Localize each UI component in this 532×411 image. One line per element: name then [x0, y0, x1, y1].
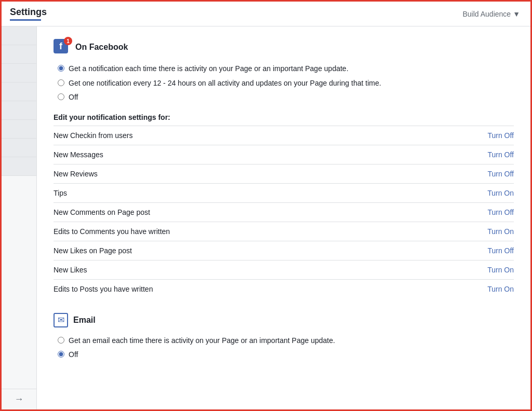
facebook-radio-off-input[interactable]	[58, 93, 64, 100]
notif-row: Edits to Comments you have writtenTurn O…	[54, 222, 514, 241]
notif-action-button[interactable]: Turn Off	[487, 246, 514, 255]
notif-items-list: New Checkin from usersTurn OffNew Messag…	[54, 126, 514, 298]
notif-action-button[interactable]: Turn Off	[487, 170, 514, 178]
email-section-title: Email	[73, 316, 96, 325]
facebook-radio-periodic-input[interactable]	[58, 79, 64, 86]
build-audience-button[interactable]: Build Audience ▼	[461, 6, 523, 22]
sidebar-item-1	[2, 26, 36, 45]
notif-action-button[interactable]: Turn On	[487, 227, 514, 236]
sidebar-item-7	[2, 139, 36, 157]
email-radio-all-label: Get an email each time there is activity…	[69, 336, 335, 346]
notif-row: New Checkin from usersTurn Off	[54, 126, 514, 145]
header-actions: Build Audience ▼	[461, 2, 523, 26]
notif-row: TipsTurn On	[54, 183, 514, 202]
sidebar-item-2	[2, 45, 36, 64]
notif-action-button[interactable]: Turn Off	[487, 131, 514, 140]
notif-action-button[interactable]: Turn On	[487, 285, 514, 293]
facebook-radio-periodic[interactable]: Get one notification every 12 - 24 hours…	[58, 78, 514, 89]
facebook-section-title: On Facebook	[75, 43, 128, 52]
sidebar-item-5	[2, 101, 36, 120]
email-radio-group: Get an email each time there is activity…	[54, 336, 514, 360]
sidebar-logout[interactable]: →	[2, 389, 36, 409]
build-audience-arrow-icon: ▼	[513, 10, 520, 18]
page-title: Settings	[10, 7, 47, 18]
sidebar-item-4	[2, 83, 36, 101]
notif-label: New Messages	[54, 150, 103, 159]
notif-label: Tips	[54, 189, 67, 197]
email-section-header: ✉ Email	[54, 313, 514, 327]
sidebar-item-8	[2, 157, 36, 176]
sidebar-item-3	[2, 64, 36, 83]
notif-action-button[interactable]: Turn Off	[487, 150, 514, 159]
header-title-area: Settings	[10, 2, 47, 26]
notif-row: New ReviewsTurn Off	[54, 164, 514, 183]
email-radio-off-input[interactable]	[58, 351, 64, 358]
notif-row: New LikesTurn On	[54, 260, 514, 279]
facebook-radio-all-input[interactable]	[58, 65, 64, 72]
facebook-radio-all[interactable]: Get a notification each time there is ac…	[58, 64, 514, 74]
notif-label: Edits to Posts you have written	[54, 285, 153, 293]
notif-label: New Likes	[54, 266, 87, 274]
notif-action-button[interactable]: Turn Off	[487, 208, 514, 216]
main-layout: → f 1 On Facebook Get a notification eac…	[2, 26, 530, 409]
notif-row: New Likes on Page postTurn Off	[54, 241, 514, 260]
content-area: f 1 On Facebook Get a notification each …	[37, 26, 530, 409]
notif-row: New MessagesTurn Off	[54, 145, 514, 164]
notif-row: New Comments on Page postTurn Off	[54, 202, 514, 222]
notif-label: New Reviews	[54, 170, 98, 178]
notif-label: New Comments on Page post	[54, 208, 150, 216]
facebook-radio-group: Get a notification each time there is ac…	[54, 64, 514, 103]
facebook-radio-all-label: Get a notification each time there is ac…	[69, 64, 349, 74]
title-underline	[10, 19, 41, 21]
notif-label: Edits to Comments you have written	[54, 227, 170, 236]
facebook-section-header: f 1 On Facebook	[54, 39, 514, 56]
email-section: ✉ Email Get an email each time there is …	[54, 313, 514, 360]
sidebar-item-6	[2, 120, 36, 139]
notif-row: Edits to Posts you have writtenTurn On	[54, 279, 514, 298]
notif-label: New Checkin from users	[54, 131, 133, 140]
logout-icon: →	[15, 394, 24, 405]
email-radio-all[interactable]: Get an email each time there is activity…	[58, 336, 514, 346]
sidebar: →	[2, 26, 37, 409]
facebook-radio-periodic-label: Get one notification every 12 - 24 hours…	[69, 78, 381, 89]
email-icon: ✉	[54, 313, 68, 327]
app-window: Settings Build Audience ▼ →	[0, 0, 532, 411]
email-radio-off[interactable]: Off	[58, 350, 514, 360]
email-radio-all-input[interactable]	[58, 337, 64, 344]
notif-action-button[interactable]: Turn On	[487, 189, 514, 197]
facebook-section: f 1 On Facebook Get a notification each …	[54, 39, 514, 298]
notif-settings-title: Edit your notification settings for:	[54, 113, 514, 126]
email-radio-off-label: Off	[69, 350, 78, 360]
facebook-badge: 1	[64, 37, 72, 45]
facebook-radio-off-label: Off	[69, 92, 78, 103]
facebook-icon-container: f 1	[54, 39, 70, 56]
build-audience-label: Build Audience	[463, 10, 511, 18]
header: Settings Build Audience ▼	[2, 2, 530, 26]
facebook-radio-off[interactable]: Off	[58, 92, 514, 103]
notif-action-button[interactable]: Turn On	[487, 266, 514, 274]
notif-label: New Likes on Page post	[54, 246, 132, 255]
